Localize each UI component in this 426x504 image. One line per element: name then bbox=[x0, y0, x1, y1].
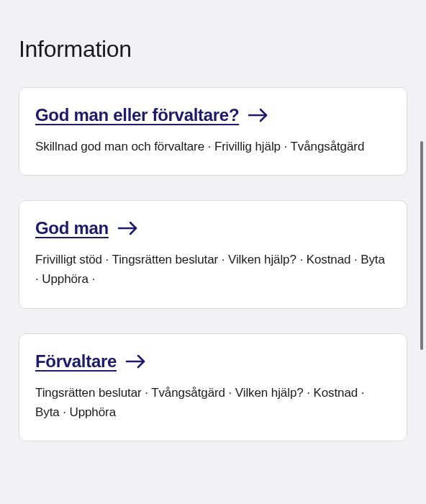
content-container: Information God man eller förvaltare? Sk… bbox=[0, 0, 426, 487]
card-title-link[interactable]: Förvaltare bbox=[35, 351, 117, 372]
info-card-god-man[interactable]: God man Frivilligt stöd · Tingsrätten be… bbox=[19, 200, 407, 308]
info-card-god-man-eller-forvaltare[interactable]: God man eller förvaltare? Skillnad god m… bbox=[19, 87, 407, 176]
card-tags: Frivilligt stöd · Tingsrätten beslutar ·… bbox=[35, 250, 391, 289]
arrow-right-icon bbox=[248, 107, 269, 124]
card-tags: Skillnad god man och förvaltare · Frivil… bbox=[35, 137, 391, 156]
card-header: God man bbox=[35, 218, 391, 238]
card-header: Förvaltare bbox=[35, 351, 391, 372]
card-title-link[interactable]: God man bbox=[35, 218, 109, 238]
page-title: Information bbox=[19, 36, 407, 63]
card-header: God man eller förvaltare? bbox=[35, 105, 391, 125]
arrow-right-icon bbox=[117, 220, 139, 237]
arrow-right-icon bbox=[125, 353, 147, 370]
card-title-link[interactable]: God man eller förvaltare? bbox=[35, 105, 239, 125]
card-tags: Tingsrätten beslutar · Tvångsåtgärd · Vi… bbox=[35, 383, 391, 422]
info-card-forvaltare[interactable]: Förvaltare Tingsrätten beslutar · Tvångs… bbox=[19, 333, 407, 441]
scrollbar-thumb[interactable] bbox=[420, 141, 423, 350]
